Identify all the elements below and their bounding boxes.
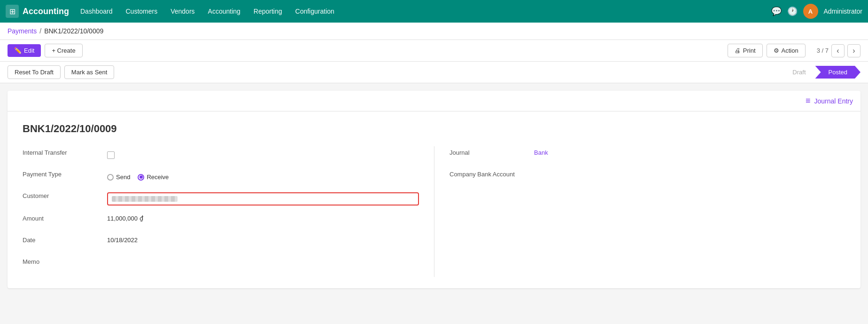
edit-button[interactable]: ✏️ Edit <box>8 44 41 57</box>
journal-label: Journal <box>450 146 534 156</box>
form-left: Internal Transfer Payment Type <box>23 146 434 277</box>
status-posted: Posted <box>815 66 860 79</box>
internal-transfer-checkbox[interactable] <box>107 146 419 160</box>
avatar[interactable]: A <box>803 4 818 19</box>
status-bar: Reset To Draft Mark as Sent Draft Posted <box>0 62 868 83</box>
radio-group: Send Receive <box>107 171 419 181</box>
company-bank-account-row: Company Bank Account <box>450 168 845 183</box>
payment-type-label: Payment Type <box>23 168 107 178</box>
create-button[interactable]: + Create <box>45 44 82 57</box>
internal-transfer-row: Internal Transfer <box>23 146 419 161</box>
customer-input[interactable] <box>107 192 419 205</box>
company-bank-account-value <box>534 168 845 171</box>
reset-to-draft-button[interactable]: Reset To Draft <box>8 65 61 79</box>
pagination-next[interactable]: › <box>847 44 860 57</box>
payment-type-row: Payment Type Send <box>23 168 419 183</box>
internal-transfer-label: Internal Transfer <box>23 146 107 156</box>
journal-entry-icon: ≡ <box>806 96 811 106</box>
breadcrumb-parent[interactable]: Payments <box>8 27 37 35</box>
print-icon: 🖨 <box>735 47 741 54</box>
main-content: ≡ Journal Entry BNK1/2022/10/0009 Intern… <box>0 83 868 313</box>
top-navigation: ⊞ Accounting Dashboard Customers Vendors… <box>0 0 868 23</box>
status-draft: Draft <box>783 66 815 79</box>
pagination: 3 / 7 ‹ › <box>817 44 860 57</box>
nav-reporting[interactable]: Reporting <box>248 5 288 18</box>
memo-label: Memo <box>23 255 107 265</box>
customer-label: Customer <box>23 190 107 199</box>
nav-configuration[interactable]: Configuration <box>290 5 340 18</box>
print-button[interactable]: 🖨 Print <box>728 44 763 57</box>
radio-send[interactable]: Send <box>107 174 130 181</box>
memo-value <box>107 255 419 258</box>
memo-row: Memo <box>23 255 419 270</box>
date-value: 10/18/2022 <box>107 234 419 244</box>
topnav-icons: 💬 🕐 A Administrator <box>771 4 862 19</box>
journal-entry-label: Journal Entry <box>814 97 853 105</box>
form-grid: Internal Transfer Payment Type <box>23 146 845 277</box>
breadcrumb: Payments / BNK1/2022/10/0009 <box>0 23 868 40</box>
breadcrumb-separator: / <box>39 27 41 35</box>
radio-receive-circle <box>138 174 144 181</box>
journal-row: Journal Bank <box>450 146 845 161</box>
radio-receive[interactable]: Receive <box>138 174 169 181</box>
gear-icon: ⚙ <box>774 47 779 54</box>
edit-icon: ✏️ <box>14 47 22 54</box>
record-card-body: BNK1/2022/10/0009 Internal Transfer Paym… <box>8 111 860 288</box>
radio-receive-label: Receive <box>147 174 169 181</box>
pagination-display: 3 / 7 <box>817 47 829 54</box>
app-logo-icon: ⊞ <box>6 5 19 18</box>
radio-receive-inner <box>140 175 143 179</box>
payment-type-options: Send Receive <box>107 168 419 181</box>
app-title: Accounting <box>23 7 69 16</box>
date-row: Date 10/18/2022 <box>23 234 419 249</box>
record-title: BNK1/2022/10/0009 <box>23 123 845 135</box>
action-button[interactable]: ⚙ Action <box>767 44 806 57</box>
amount-label: Amount <box>23 212 107 222</box>
clock-icon[interactable]: 🕐 <box>787 6 798 16</box>
company-bank-account-label: Company Bank Account <box>450 168 534 178</box>
nav-accounting[interactable]: Accounting <box>202 5 246 18</box>
toolbar: ✏️ Edit + Create 🖨 Print ⚙ Action 3 / 7 … <box>0 40 868 62</box>
breadcrumb-current: BNK1/2022/10/0009 <box>44 27 103 35</box>
checkbox-unchecked-icon[interactable] <box>107 151 115 159</box>
radio-send-circle <box>107 174 114 181</box>
customer-field-wrapper <box>107 190 419 205</box>
journal-entry-link[interactable]: ≡ Journal Entry <box>806 96 853 106</box>
username-label[interactable]: Administrator <box>824 8 862 15</box>
status-indicators: Draft Posted <box>783 66 860 79</box>
radio-send-label: Send <box>116 174 130 181</box>
record-card-header: ≡ Journal Entry <box>8 91 860 111</box>
mark-as-sent-button[interactable]: Mark as Sent <box>64 65 115 79</box>
date-label: Date <box>23 234 107 244</box>
form-right: Journal Bank Company Bank Account <box>434 146 845 277</box>
pagination-prev[interactable]: ‹ <box>831 44 845 57</box>
nav-vendors[interactable]: Vendors <box>165 5 200 18</box>
app-logo[interactable]: ⊞ Accounting <box>6 5 69 18</box>
customer-row: Customer <box>23 190 419 205</box>
nav-dashboard[interactable]: Dashboard <box>75 5 118 18</box>
nav-customers[interactable]: Customers <box>120 5 163 18</box>
record-card: ≡ Journal Entry BNK1/2022/10/0009 Intern… <box>8 91 860 288</box>
amount-row: Amount 11,000,000 ₫ <box>23 212 419 227</box>
journal-value[interactable]: Bank <box>534 146 845 156</box>
chat-icon[interactable]: 💬 <box>771 6 782 16</box>
customer-blurred-value <box>112 196 178 202</box>
amount-value: 11,000,000 ₫ <box>107 212 419 222</box>
